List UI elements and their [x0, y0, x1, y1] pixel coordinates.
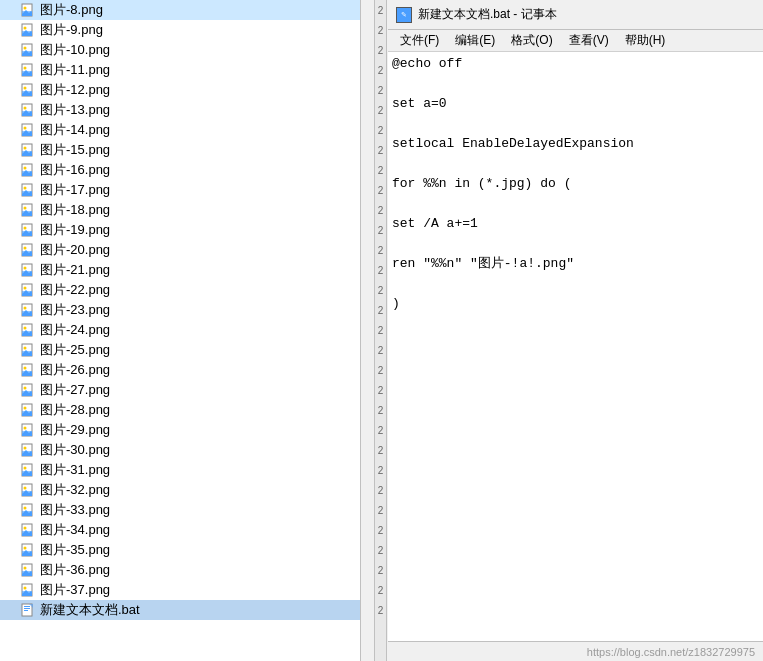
- file-item[interactable]: 图片-37.png: [0, 580, 374, 600]
- line-number: 2: [375, 500, 386, 520]
- file-item[interactable]: 图片-31.png: [0, 460, 374, 480]
- file-name-label: 图片-11.png: [40, 61, 110, 79]
- file-name-label: 图片-12.png: [40, 81, 110, 99]
- notepad-titlebar: ✎ 新建文本文档.bat - 记事本: [388, 0, 763, 30]
- line-number: 2: [375, 280, 386, 300]
- svg-point-30: [24, 147, 27, 150]
- code-line: [392, 334, 759, 354]
- code-line: [392, 574, 759, 594]
- file-item[interactable]: 图片-33.png: [0, 500, 374, 520]
- code-line: [392, 514, 759, 534]
- file-item[interactable]: 图片-28.png: [0, 400, 374, 420]
- file-name-label: 图片-8.png: [40, 1, 103, 19]
- svg-point-42: [24, 207, 27, 210]
- line-number: 2: [375, 600, 386, 620]
- menu-help[interactable]: 帮助(H): [617, 30, 674, 51]
- menu-file[interactable]: 文件(F): [392, 30, 447, 51]
- svg-point-82: [24, 407, 27, 410]
- file-item[interactable]: 图片-13.png: [0, 100, 374, 120]
- file-item[interactable]: 图片-36.png: [0, 560, 374, 580]
- file-item[interactable]: 图片-19.png: [0, 220, 374, 240]
- svg-point-106: [24, 527, 27, 530]
- file-item[interactable]: 图片-30.png: [0, 440, 374, 460]
- file-item[interactable]: 图片-22.png: [0, 280, 374, 300]
- file-item[interactable]: 图片-9.png: [0, 20, 374, 40]
- file-item[interactable]: 图片-24.png: [0, 320, 374, 340]
- file-name-label: 图片-28.png: [40, 401, 110, 419]
- code-line: [392, 554, 759, 574]
- svg-point-54: [24, 267, 27, 270]
- line-number: 2: [375, 120, 386, 140]
- file-name-label: 图片-25.png: [40, 341, 110, 359]
- notepad-menubar: 文件(F) 编辑(E) 格式(O) 查看(V) 帮助(H): [388, 30, 763, 52]
- notepad-title-icon: ✎: [396, 7, 412, 23]
- file-name-label: 图片-35.png: [40, 541, 110, 559]
- file-item[interactable]: 图片-14.png: [0, 120, 374, 140]
- file-name-label: 图片-13.png: [40, 101, 110, 119]
- file-item[interactable]: 图片-26.png: [0, 360, 374, 380]
- png-file-icon: [20, 362, 36, 378]
- file-item[interactable]: 图片-35.png: [0, 540, 374, 560]
- svg-point-98: [24, 487, 27, 490]
- png-file-icon: [20, 582, 36, 598]
- file-item[interactable]: 图片-10.png: [0, 40, 374, 60]
- menu-format[interactable]: 格式(O): [503, 30, 560, 51]
- png-file-icon: [20, 2, 36, 18]
- file-item[interactable]: 图片-27.png: [0, 380, 374, 400]
- file-item[interactable]: 图片-17.png: [0, 180, 374, 200]
- file-item[interactable]: 图片-18.png: [0, 200, 374, 220]
- file-item[interactable]: 图片-8.png: [0, 0, 374, 20]
- file-name-label: 图片-36.png: [40, 561, 110, 579]
- file-item[interactable]: 图片-16.png: [0, 160, 374, 180]
- png-file-icon: [20, 162, 36, 178]
- png-file-icon: [20, 462, 36, 478]
- file-item[interactable]: 图片-11.png: [0, 60, 374, 80]
- code-line: set a=0: [392, 94, 759, 114]
- menu-edit[interactable]: 编辑(E): [447, 30, 503, 51]
- file-item[interactable]: 图片-20.png: [0, 240, 374, 260]
- file-item[interactable]: 图片-29.png: [0, 420, 374, 440]
- line-number: 2: [375, 400, 386, 420]
- line-number: 2: [375, 360, 386, 380]
- scrollbar-track[interactable]: [360, 0, 374, 661]
- png-file-icon: [20, 342, 36, 358]
- line-number: 2: [375, 140, 386, 160]
- file-item[interactable]: 图片-15.png: [0, 140, 374, 160]
- png-file-icon: [20, 262, 36, 278]
- code-line: ren "%%n" "图片-!a!.png": [392, 254, 759, 274]
- png-file-icon: [20, 482, 36, 498]
- svg-point-94: [24, 467, 27, 470]
- svg-point-46: [24, 227, 27, 230]
- svg-rect-121: [24, 606, 30, 607]
- code-line: [392, 454, 759, 474]
- file-item[interactable]: 新建文本文档.bat: [0, 600, 374, 620]
- file-name-label: 图片-32.png: [40, 481, 110, 499]
- file-item[interactable]: 图片-25.png: [0, 340, 374, 360]
- notepad-content[interactable]: @echo off set a=0 setlocal EnableDelayed…: [388, 52, 763, 641]
- file-name-label: 图片-20.png: [40, 241, 110, 259]
- png-file-icon: [20, 182, 36, 198]
- file-item[interactable]: 图片-21.png: [0, 260, 374, 280]
- line-number: 2: [375, 460, 386, 480]
- svg-point-22: [24, 107, 27, 110]
- line-number: 2: [375, 0, 386, 20]
- png-file-icon: [20, 242, 36, 258]
- file-item[interactable]: 图片-23.png: [0, 300, 374, 320]
- code-line: [392, 634, 759, 641]
- code-line: [392, 414, 759, 434]
- file-name-label: 图片-9.png: [40, 21, 103, 39]
- svg-point-110: [24, 547, 27, 550]
- file-name-label: 图片-29.png: [40, 421, 110, 439]
- code-line: [392, 354, 759, 374]
- file-name-label: 图片-14.png: [40, 121, 110, 139]
- file-item[interactable]: 图片-12.png: [0, 80, 374, 100]
- file-name-label: 图片-19.png: [40, 221, 110, 239]
- png-file-icon: [20, 202, 36, 218]
- line-number: 2: [375, 60, 386, 80]
- png-file-icon: [20, 422, 36, 438]
- png-file-icon: [20, 82, 36, 98]
- file-item[interactable]: 图片-32.png: [0, 480, 374, 500]
- file-item[interactable]: 图片-34.png: [0, 520, 374, 540]
- menu-view[interactable]: 查看(V): [561, 30, 617, 51]
- code-line: [392, 614, 759, 634]
